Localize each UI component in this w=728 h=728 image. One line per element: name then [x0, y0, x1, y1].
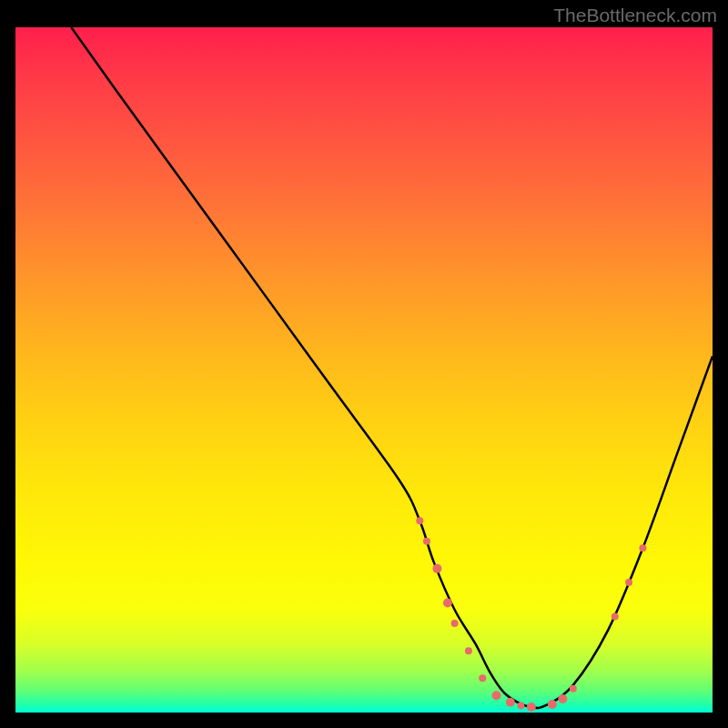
- data-marker: [423, 538, 430, 545]
- data-marker: [506, 698, 515, 707]
- data-marker: [558, 694, 567, 703]
- data-marker: [465, 647, 472, 654]
- data-marker: [639, 544, 646, 551]
- curve-line: [71, 27, 713, 708]
- data-marker: [570, 685, 577, 693]
- data-marker: [432, 564, 441, 573]
- chart-plot-area: [15, 27, 713, 713]
- data-marker: [492, 691, 501, 700]
- data-marker: [517, 702, 524, 709]
- markers-group: [416, 517, 646, 712]
- data-marker: [527, 703, 536, 712]
- data-marker: [451, 620, 459, 627]
- data-marker: [443, 599, 452, 608]
- data-marker: [416, 517, 423, 524]
- chart-svg: [15, 27, 713, 713]
- data-marker: [625, 579, 632, 586]
- data-marker: [479, 674, 486, 682]
- data-marker: [612, 613, 619, 621]
- watermark-text: TheBottleneck.com: [553, 5, 717, 26]
- data-marker: [548, 700, 557, 709]
